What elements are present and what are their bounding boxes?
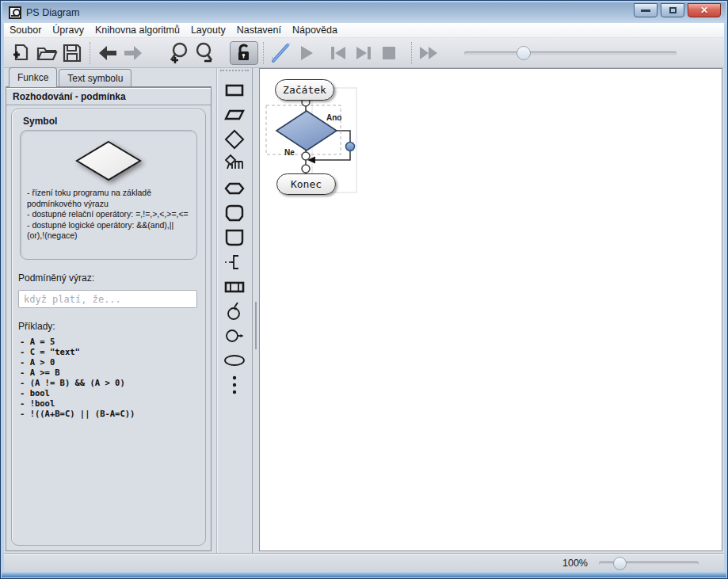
shape-comment-button[interactable] bbox=[217, 250, 252, 274]
save-icon bbox=[62, 43, 82, 63]
menu-layouty[interactable]: Layouty bbox=[185, 25, 231, 36]
end-node[interactable]: Konec bbox=[276, 173, 336, 195]
window-frame-bottom bbox=[2, 573, 726, 577]
toolbar bbox=[4, 38, 724, 68]
shape-connector-out-button[interactable] bbox=[217, 323, 252, 348]
open-folder-icon bbox=[36, 43, 58, 63]
example-item: - !bool bbox=[20, 398, 205, 409]
loop-start-icon bbox=[224, 203, 245, 223]
more-options-icon bbox=[231, 375, 238, 395]
fast-forward-icon bbox=[419, 46, 440, 60]
example-item: - !((A+B=C) || (B-A=C)) bbox=[20, 409, 205, 419]
fast-forward-button[interactable] bbox=[417, 41, 442, 65]
close-icon: ✕ bbox=[700, 5, 708, 16]
input-output-icon bbox=[224, 105, 245, 125]
tab-text-symbolu[interactable]: Text symbolu bbox=[59, 69, 131, 87]
shape-switch-button[interactable] bbox=[217, 151, 252, 176]
start-node[interactable]: Začátek bbox=[275, 79, 334, 101]
menubar: Soubor Úpravy Knihovna algoritmů Layouty… bbox=[4, 23, 724, 38]
shape-decision-button[interactable] bbox=[217, 127, 252, 151]
forward-button[interactable] bbox=[120, 41, 146, 65]
main-area: Funkce Text symbolu Rozhodování - podmín… bbox=[4, 68, 724, 553]
step-start-button[interactable] bbox=[326, 41, 351, 65]
decision-icon bbox=[224, 129, 245, 150]
flowchart-connectors bbox=[260, 69, 725, 552]
menu-knihovna-algoritmu[interactable]: Knihovna algoritmů bbox=[90, 25, 185, 36]
step-end-icon bbox=[356, 46, 372, 60]
shape-connector-in-button[interactable] bbox=[217, 299, 252, 323]
speed-slider-track[interactable] bbox=[464, 51, 677, 55]
open-button[interactable] bbox=[34, 41, 59, 65]
menu-nastaveni[interactable]: Nastavení bbox=[231, 25, 287, 36]
edit-pen-button[interactable] bbox=[269, 41, 294, 65]
tab-funkce[interactable]: Funkce bbox=[9, 67, 57, 87]
examples-label: Příklady: bbox=[18, 321, 205, 332]
preparation-icon bbox=[224, 178, 245, 199]
panel-splitter[interactable] bbox=[254, 68, 257, 553]
left-panel: Funkce Text symbolu Rozhodování - podmín… bbox=[6, 68, 212, 553]
symbol-box: - řízení toku programu na základě podmín… bbox=[20, 130, 197, 260]
step-start-icon bbox=[330, 46, 346, 60]
process-icon bbox=[224, 80, 245, 101]
panel-body: Rozhodování - podmínka Symbol bbox=[6, 86, 212, 551]
shape-loop-end-button[interactable] bbox=[217, 225, 252, 250]
connector-out-icon bbox=[224, 326, 245, 346]
example-item: - C = "text" bbox=[20, 347, 205, 357]
speed-slider-thumb[interactable] bbox=[516, 46, 531, 60]
shape-more-button[interactable] bbox=[217, 372, 252, 397]
shape-input-output-button[interactable] bbox=[217, 102, 252, 127]
toolbar-grip[interactable] bbox=[220, 70, 249, 74]
symbol-description: - řízení toku programu na základě podmín… bbox=[21, 188, 196, 209]
step-end-button[interactable] bbox=[351, 41, 376, 65]
zoom-slider[interactable] bbox=[599, 555, 699, 571]
shape-preparation-button[interactable] bbox=[217, 176, 252, 200]
diagram-canvas[interactable]: Začátek Konec Ano Ne bbox=[259, 68, 722, 551]
symbol-label: Symbol bbox=[23, 116, 205, 127]
branch-label-ne: Ne bbox=[284, 148, 295, 157]
comment-icon bbox=[224, 252, 245, 272]
new-diagram-button[interactable] bbox=[9, 41, 34, 65]
shape-loop-start-button[interactable] bbox=[217, 200, 252, 225]
branch-label-ano: Ano bbox=[326, 113, 341, 122]
back-button[interactable] bbox=[95, 41, 120, 65]
save-button[interactable] bbox=[59, 41, 85, 65]
window-content: Soubor Úpravy Knihovna algoritmů Layouty… bbox=[4, 23, 724, 572]
pen-icon bbox=[270, 42, 292, 64]
toolbar-separator bbox=[263, 42, 264, 64]
symbol-groupbox: Symbol bbox=[11, 109, 206, 546]
lock-button[interactable] bbox=[230, 41, 258, 65]
close-button[interactable]: ✕ bbox=[688, 3, 721, 17]
example-item: - bool bbox=[20, 388, 205, 398]
zoom-out-button[interactable] bbox=[192, 41, 217, 65]
play-icon bbox=[298, 44, 315, 62]
connector-in-icon bbox=[224, 301, 245, 322]
zoom-level: 100% bbox=[562, 558, 588, 569]
titlebar: PS Diagram ✕ bbox=[2, 2, 726, 23]
tab-bar: Funkce Text symbolu bbox=[9, 69, 131, 87]
forward-arrow-icon bbox=[123, 45, 143, 61]
decision-symbol-preview bbox=[75, 140, 142, 181]
play-button[interactable] bbox=[294, 41, 319, 65]
toolbar-separator bbox=[411, 42, 412, 64]
zoom-in-button[interactable] bbox=[166, 41, 192, 65]
stop-button[interactable] bbox=[376, 41, 402, 65]
switch-icon bbox=[224, 154, 245, 174]
minimize-icon bbox=[641, 10, 650, 12]
menu-napoveda[interactable]: Nápověda bbox=[287, 25, 343, 36]
expression-label: Podmíněný výraz: bbox=[18, 272, 205, 284]
shape-terminator-button[interactable] bbox=[217, 348, 252, 372]
maximize-button[interactable] bbox=[661, 3, 684, 17]
zoom-slider-thumb[interactable] bbox=[613, 557, 627, 570]
shape-subroutine-button[interactable] bbox=[217, 274, 252, 299]
maximize-icon bbox=[669, 7, 677, 13]
expression-input[interactable] bbox=[18, 290, 197, 308]
app-icon bbox=[9, 6, 21, 19]
minimize-button[interactable] bbox=[634, 3, 657, 17]
menu-upravy[interactable]: Úpravy bbox=[47, 25, 90, 36]
example-item: - (A != B) && (A > 0) bbox=[20, 378, 205, 388]
speed-slider[interactable] bbox=[464, 41, 677, 65]
zoom-in-icon bbox=[169, 42, 189, 64]
loop-end-icon bbox=[224, 227, 245, 248]
shape-process-button[interactable] bbox=[217, 78, 252, 102]
menu-soubor[interactable]: Soubor bbox=[4, 25, 47, 36]
